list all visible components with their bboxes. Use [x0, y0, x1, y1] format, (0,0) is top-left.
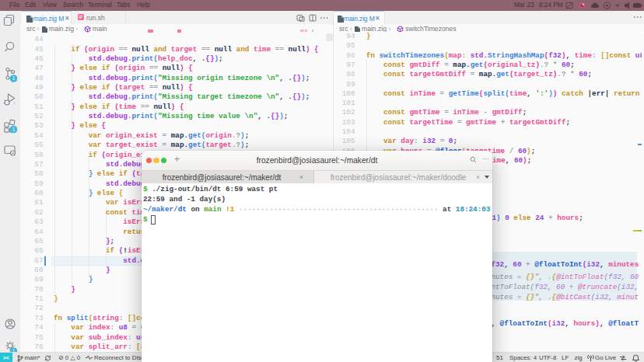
svg-text:1: 1 — [12, 75, 16, 81]
svg-text:1: 1 — [12, 127, 16, 132]
